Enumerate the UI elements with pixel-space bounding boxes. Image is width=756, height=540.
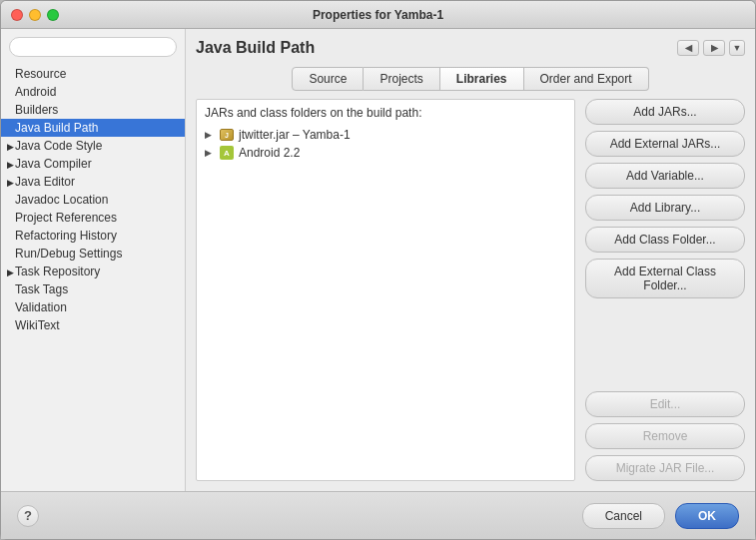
list-item-label: Android 2.2 [239, 146, 300, 160]
sidebar-item-javadoc-location[interactable]: Javadoc Location [1, 191, 185, 209]
title-bar: Properties for Yamba-1 [1, 1, 755, 29]
sidebar-item-builders[interactable]: Builders [1, 101, 185, 119]
nav-dropdown-button[interactable]: ▼ [729, 40, 745, 56]
list-panel: JARs and class folders on the build path… [196, 99, 575, 481]
add-external-jars-button[interactable]: Add External JARs... [585, 131, 745, 157]
tree-arrow: ▶ [205, 148, 215, 158]
arrow-icon: ▶ [7, 160, 15, 170]
cancel-button[interactable]: Cancel [582, 503, 665, 529]
tree-arrow: ▶ [205, 130, 215, 140]
sidebar-item-android[interactable]: Android [1, 83, 185, 101]
sidebar: ResourceAndroidBuildersJava Build Path▶ … [1, 29, 186, 491]
window-title: Properties for Yamba-1 [313, 8, 443, 22]
sidebar-item-refactoring-history[interactable]: Refactoring History [1, 227, 185, 245]
main-window: Properties for Yamba-1 ResourceAndroidBu… [0, 0, 756, 540]
help-button[interactable]: ? [17, 505, 39, 527]
header-nav: ◀ ▶ ▼ [677, 40, 745, 56]
sidebar-search[interactable] [9, 37, 177, 57]
sidebar-item-validation[interactable]: Validation [1, 298, 185, 316]
add-jars-button[interactable]: Add JARs... [585, 99, 745, 125]
button-spacer [585, 304, 745, 385]
sidebar-item-java-compiler[interactable]: ▶ Java Compiler [1, 155, 185, 173]
nav-back-button[interactable]: ◀ [677, 40, 699, 56]
sidebar-item-run-debug-settings[interactable]: Run/Debug Settings [1, 245, 185, 263]
arrow-icon: ▶ [7, 268, 15, 277]
list-item-android22[interactable]: ▶AAndroid 2.2 [197, 144, 574, 162]
tabs-row: SourceProjectsLibrariesOrder and Export [196, 67, 745, 91]
footer-right: Cancel OK [582, 503, 739, 529]
sidebar-item-task-tags[interactable]: Task Tags [1, 280, 185, 298]
sidebar-item-project-references[interactable]: Project References [1, 209, 185, 227]
minimize-button[interactable] [29, 9, 41, 21]
sidebar-items-container: ResourceAndroidBuildersJava Build Path▶ … [1, 65, 185, 334]
maximize-button[interactable] [47, 9, 59, 21]
footer-left: ? [17, 505, 39, 527]
sidebar-item-task-repository[interactable]: ▶ Task Repository [1, 263, 185, 280]
tab-libraries[interactable]: Libraries [440, 67, 524, 91]
add-external-class-folder-button[interactable]: Add External Class Folder... [585, 259, 745, 298]
tab-order-export[interactable]: Order and Export [524, 67, 649, 91]
list-item-jtwitter[interactable]: ▶Jjtwitter.jar – Yamba-1 [197, 126, 574, 144]
sidebar-item-wikitext[interactable]: WikiText [1, 316, 185, 334]
footer: ? Cancel OK [1, 491, 755, 539]
close-button[interactable] [11, 9, 23, 21]
list-item-label: jtwitter.jar – Yamba-1 [239, 128, 351, 142]
sidebar-item-java-code-style[interactable]: ▶ Java Code Style [1, 137, 185, 155]
sidebar-item-resource[interactable]: Resource [1, 65, 185, 83]
tab-projects[interactable]: Projects [364, 67, 439, 91]
edit-button: Edit... [585, 391, 745, 417]
add-variable-button[interactable]: Add Variable... [585, 163, 745, 189]
main-panel: Java Build Path ◀ ▶ ▼ SourceProjectsLibr… [186, 29, 755, 491]
arrow-icon: ▶ [7, 142, 15, 152]
arrow-icon: ▶ [7, 178, 15, 188]
jar-icon: J [219, 128, 235, 142]
android-icon: A [219, 146, 235, 160]
migrate-jar-button: Migrate JAR File... [585, 455, 745, 481]
list-label: JARs and class folders on the build path… [197, 100, 574, 124]
list-content: ▶Jjtwitter.jar – Yamba-1▶AAndroid 2.2 [197, 124, 574, 480]
add-library-button[interactable]: Add Library... [585, 195, 745, 221]
build-area: JARs and class folders on the build path… [196, 99, 745, 481]
buttons-panel: Add JARs...Add External JARs...Add Varia… [585, 99, 745, 481]
panel-title: Java Build Path [196, 39, 315, 57]
ok-button[interactable]: OK [675, 503, 739, 529]
add-class-folder-button[interactable]: Add Class Folder... [585, 227, 745, 253]
remove-button: Remove [585, 423, 745, 449]
nav-forward-button[interactable]: ▶ [703, 40, 725, 56]
tab-source[interactable]: Source [292, 67, 364, 91]
main-header: Java Build Path ◀ ▶ ▼ [196, 39, 745, 57]
traffic-lights [11, 9, 59, 21]
sidebar-item-java-build-path[interactable]: Java Build Path [1, 119, 185, 137]
content-area: ResourceAndroidBuildersJava Build Path▶ … [1, 29, 755, 491]
sidebar-item-java-editor[interactable]: ▶ Java Editor [1, 173, 185, 191]
